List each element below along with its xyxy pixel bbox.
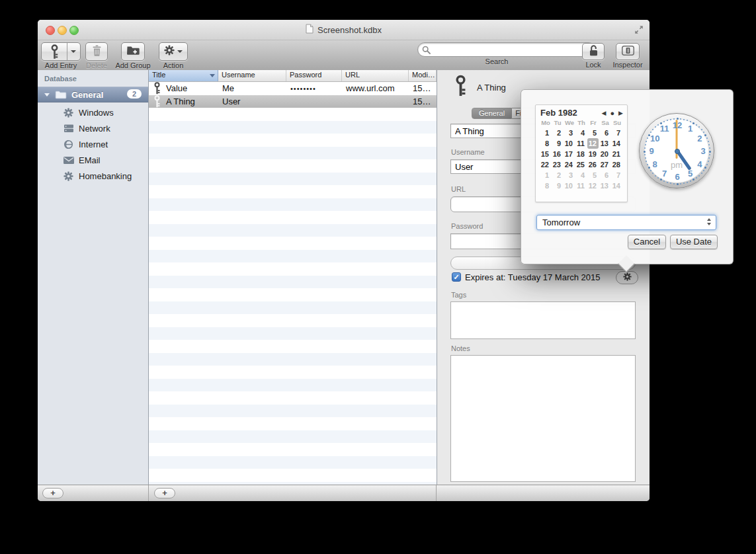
analog-clock[interactable]: pm 123456789101112 xyxy=(639,113,714,188)
calendar-day[interactable]: 14 xyxy=(611,138,622,149)
key-icon xyxy=(454,75,467,100)
sidebar-item-label: Homebanking xyxy=(79,171,132,181)
column-header-0[interactable]: Title xyxy=(149,70,218,81)
use-date-button[interactable]: Use Date xyxy=(670,235,718,249)
lock-button[interactable] xyxy=(582,43,605,60)
calendar-day[interactable]: 12 xyxy=(587,138,599,149)
calendar-day[interactable]: 11 xyxy=(575,138,587,149)
calendar-day[interactable]: 9 xyxy=(552,180,563,191)
add-entry-dropdown[interactable] xyxy=(67,43,80,60)
calendar-day[interactable]: 19 xyxy=(587,149,599,159)
calendar-day[interactable]: 8 xyxy=(540,180,551,191)
add-entry-plus-button[interactable]: + xyxy=(154,488,175,498)
calendar-day[interactable]: 13 xyxy=(599,180,610,191)
tags-field[interactable] xyxy=(450,301,636,339)
table-row[interactable]: A ThingUser15… xyxy=(149,95,437,108)
sidebar-item-windows[interactable]: Windows xyxy=(38,104,148,120)
calendar-day[interactable]: 12 xyxy=(587,180,599,191)
calendar-day[interactable]: 24 xyxy=(564,159,575,170)
expiry-preset-select[interactable]: Tomorrow xyxy=(536,215,716,230)
calendar-day[interactable]: 5 xyxy=(587,128,599,138)
calendar-day[interactable]: 3 xyxy=(564,128,575,138)
table-empty-row xyxy=(149,224,437,237)
clock-numeral: 2 xyxy=(694,134,706,144)
expires-checkbox[interactable]: ✓ xyxy=(452,272,461,282)
inspector-icon xyxy=(622,46,634,58)
notes-label: Notes xyxy=(451,344,470,352)
calendar-day[interactable]: 18 xyxy=(575,149,587,159)
calendar-day[interactable]: 21 xyxy=(611,149,622,159)
column-header-1[interactable]: Username xyxy=(218,70,286,81)
calendar-day[interactable]: 1 xyxy=(540,128,551,138)
calendar-day[interactable]: 4 xyxy=(575,170,587,180)
network-icon xyxy=(63,124,74,133)
calendar-day[interactable]: 3 xyxy=(564,170,575,180)
calendar-day[interactable]: 7 xyxy=(611,128,622,138)
calendar-day[interactable]: 13 xyxy=(599,138,610,149)
add-group-button[interactable] xyxy=(121,42,145,61)
calendar-day[interactable]: 7 xyxy=(611,170,622,180)
calendar-day[interactable]: 6 xyxy=(599,128,610,138)
calendar-day[interactable]: 25 xyxy=(575,159,587,170)
calendar-day[interactable]: 2 xyxy=(552,170,563,180)
calendar-day[interactable]: 20 xyxy=(599,149,610,159)
document-proxy-icon[interactable] xyxy=(306,24,314,36)
disclosure-triangle-icon[interactable] xyxy=(44,93,50,97)
table-row[interactable]: ValueMe••••••••www.url.com15… xyxy=(149,82,437,95)
clock-tick xyxy=(693,122,694,124)
calendar-prev-icon[interactable]: ◀ xyxy=(602,110,607,116)
tab-general[interactable]: General xyxy=(472,108,512,119)
column-header-3[interactable]: URL xyxy=(342,70,409,81)
sidebar-item-general[interactable]: General 2 xyxy=(38,87,148,102)
clock-tick xyxy=(663,121,665,122)
calendar-day[interactable]: 9 xyxy=(552,138,563,149)
calendar-day[interactable]: 2 xyxy=(552,128,563,138)
calendar-day[interactable]: 8 xyxy=(540,138,551,149)
calendar-day[interactable]: 11 xyxy=(575,180,587,191)
calendar-day[interactable]: 6 xyxy=(599,170,610,180)
calendar-today-icon[interactable]: ● xyxy=(610,109,614,117)
calendar-day[interactable]: 27 xyxy=(599,159,610,170)
cancel-button[interactable]: Cancel xyxy=(628,235,666,249)
add-entry-button[interactable] xyxy=(41,42,81,61)
calendar-day[interactable]: 4 xyxy=(575,128,587,138)
calendar-day[interactable]: 1 xyxy=(540,170,551,180)
notes-field[interactable] xyxy=(450,355,636,482)
clock-tick xyxy=(644,151,646,153)
expires-options-button[interactable] xyxy=(616,271,638,284)
calendar-day[interactable]: 23 xyxy=(552,159,563,170)
calendar-day[interactable]: 5 xyxy=(587,170,599,180)
title-bar[interactable]: Screenshot.kdbx xyxy=(38,20,650,40)
calendar-day[interactable]: 26 xyxy=(587,159,599,170)
clock-tick xyxy=(645,144,646,145)
inspector-button[interactable] xyxy=(616,43,640,60)
sidebar-item-network[interactable]: Network xyxy=(38,120,148,136)
sidebar-item-email[interactable]: EMail xyxy=(38,152,148,168)
calendar-day[interactable]: 17 xyxy=(564,149,575,159)
sidebar-item-internet[interactable]: Internet xyxy=(38,136,148,152)
table-empty-row xyxy=(149,147,437,160)
clock-tick xyxy=(703,170,704,171)
action-button[interactable] xyxy=(159,42,188,61)
calendar-day[interactable]: 16 xyxy=(552,149,563,159)
calendar-day[interactable]: 10 xyxy=(564,180,575,191)
column-header-4[interactable]: Modi… xyxy=(409,70,437,81)
expires-label: Expires at: Tuesday 17 March 2015 xyxy=(465,272,601,282)
calendar-day[interactable]: 10 xyxy=(564,138,575,149)
clock-tick xyxy=(708,141,709,142)
column-header-2[interactable]: Password xyxy=(286,70,342,81)
table-empty-row xyxy=(149,134,437,147)
sidebar-item-homebanking[interactable]: Homebanking xyxy=(38,168,148,184)
calendar-day[interactable]: 28 xyxy=(611,159,622,170)
add-group-plus-button[interactable]: + xyxy=(42,488,63,498)
calendar-day[interactable]: 22 xyxy=(540,159,551,170)
calendar-next-icon[interactable]: ▶ xyxy=(618,110,623,116)
calendar-day[interactable]: 15 xyxy=(540,149,551,159)
lock-icon xyxy=(588,44,599,59)
delete-button[interactable] xyxy=(85,42,108,61)
fullscreen-icon[interactable] xyxy=(634,24,644,35)
search-label: Search xyxy=(417,58,576,65)
calendar-day[interactable]: 14 xyxy=(611,180,622,191)
search-input[interactable] xyxy=(417,42,596,57)
clock-tick xyxy=(648,134,650,136)
